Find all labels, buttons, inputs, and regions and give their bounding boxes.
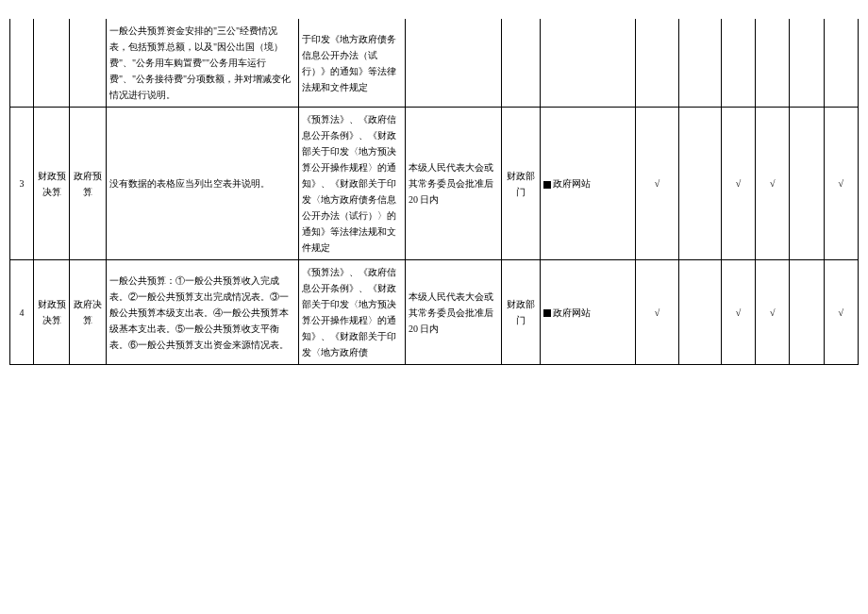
cell-category: 财政预决算 — [33, 260, 69, 365]
cell-index — [10, 19, 34, 108]
cell-check: √ — [636, 108, 678, 260]
table-row: 一般公共预算资金安排的"三公"经费情况表，包括预算总额，以及"因公出国（境）费"… — [10, 19, 859, 108]
cell-dept — [501, 19, 540, 108]
cell-time — [405, 19, 501, 108]
cell-check — [790, 19, 824, 108]
cell-basis: 《预算法》、《政府信息公开条例》、《财政部关于印发〈地方预决算公开操作规程〉的通… — [298, 108, 405, 260]
cell-check — [756, 19, 790, 108]
cell-index: 4 — [10, 260, 34, 365]
cell-description: 一般公共预算：①一般公共预算收入完成表。②一般公共预算支出完成情况表。③一般公共… — [106, 260, 298, 365]
cell-category: 财政预决算 — [33, 108, 69, 260]
table-row: 3 财政预决算 政府预算 没有数据的表格应当列出空表并说明。 《预算法》、《政府… — [10, 108, 859, 260]
table-row: 4 财政预决算 政府决算 一般公共预算：①一般公共预算收入完成表。②一般公共预算… — [10, 260, 859, 365]
cell-subcategory — [70, 19, 106, 108]
cell-subcategory: 政府决算 — [70, 260, 106, 365]
cell-time: 本级人民代表大会或其常务委员会批准后 20 日内 — [405, 108, 501, 260]
cell-check — [678, 19, 721, 108]
cell-check — [678, 108, 721, 260]
cell-category — [33, 19, 69, 108]
cell-description: 没有数据的表格应当列出空表并说明。 — [106, 108, 298, 260]
cell-basis: 于印发《地方政府债务信息公开办法（试行）》的通知》等法律法规和文件规定 — [298, 19, 405, 108]
cell-check: √ — [756, 260, 790, 365]
cell-check — [790, 260, 824, 365]
cell-check — [721, 19, 755, 108]
cell-dept: 财政部门 — [501, 108, 540, 260]
square-icon — [543, 181, 551, 189]
cell-check: √ — [721, 260, 755, 365]
cell-dept: 财政部门 — [501, 260, 540, 365]
cell-index: 3 — [10, 108, 34, 260]
cell-check — [824, 19, 858, 108]
square-icon — [543, 309, 551, 317]
cell-check: √ — [824, 260, 858, 365]
cell-check — [678, 260, 721, 365]
cell-check: √ — [824, 108, 858, 260]
cell-description: 一般公共预算资金安排的"三公"经费情况表，包括预算总额，以及"因公出国（境）费"… — [106, 19, 298, 108]
cell-channel — [540, 19, 636, 108]
disclosure-table: 一般公共预算资金安排的"三公"经费情况表，包括预算总额，以及"因公出国（境）费"… — [9, 19, 859, 365]
cell-check — [636, 19, 678, 108]
cell-channel: 政府网站 — [540, 108, 636, 260]
cell-check — [790, 108, 824, 260]
cell-check: √ — [756, 108, 790, 260]
cell-subcategory: 政府预算 — [70, 108, 106, 260]
cell-basis: 《预算法》、《政府信息公开条例》、《财政部关于印发〈地方预决算公开操作规程〉的通… — [298, 260, 405, 365]
cell-check: √ — [721, 108, 755, 260]
cell-check: √ — [636, 260, 678, 365]
cell-channel: 政府网站 — [540, 260, 636, 365]
cell-time: 本级人民代表大会或其常务委员会批准后 20 日内 — [405, 260, 501, 365]
